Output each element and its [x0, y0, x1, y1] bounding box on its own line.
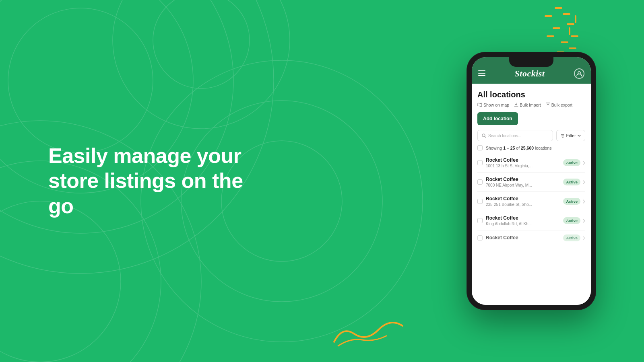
status-badge: Active — [563, 159, 580, 166]
item-info: Rocket Coffee — [486, 235, 560, 241]
bulk-export-link[interactable]: Bulk export — [546, 103, 573, 107]
item-checkbox[interactable] — [477, 160, 483, 165]
chevron-right-icon — [583, 200, 585, 204]
location-item[interactable]: Rocket Coffee 235-251 Bourke St, Sho... … — [477, 191, 585, 211]
item-name: Rocket Coffee — [486, 215, 560, 221]
deco-squiggle-bottom — [330, 310, 411, 350]
page-title: All locations — [477, 90, 585, 99]
item-info: Rocket Coffee 235-251 Bourke St, Sho... — [486, 196, 560, 207]
app-logo: Stockist — [515, 68, 545, 79]
svg-point-11 — [113, 0, 290, 129]
search-box[interactable]: Search locations... — [477, 130, 553, 141]
phone-outer: Stockist All locations — [467, 52, 596, 310]
show-on-map-link[interactable]: Show on map — [477, 103, 509, 107]
phone-notch — [509, 57, 553, 67]
item-address: King Abdullah Rd, Al Kh... — [486, 222, 560, 226]
search-filter-row: Search locations... Filter — [477, 130, 585, 141]
svg-line-29 — [485, 136, 486, 138]
page-range: 1 – 25 — [503, 146, 515, 150]
status-badge: Active — [563, 217, 580, 224]
location-item[interactable]: Rocket Coffee 1001 13th St S, Virginia,.… — [477, 153, 585, 172]
svg-point-4 — [0, 201, 121, 362]
item-address: 7000 NE Airport Way, M... — [486, 183, 560, 187]
item-info: Rocket Coffee King Abdullah Rd, Al Kh... — [486, 215, 560, 226]
filter-icon — [561, 134, 565, 138]
action-row: Show on map Bulk import — [477, 103, 585, 107]
item-checkbox[interactable] — [477, 235, 483, 241]
bulk-import-link[interactable]: Bulk import — [514, 103, 541, 107]
status-badge: Active — [563, 198, 580, 205]
chevron-right-icon — [583, 219, 585, 223]
location-item[interactable]: Rocket Coffee King Abdullah Rd, Al Kh...… — [477, 211, 585, 230]
hero-section: Easily manage your store listings on the… — [48, 143, 258, 218]
svg-point-3 — [0, 0, 274, 274]
chevron-right-icon — [583, 236, 585, 240]
total-count: 25,600 — [521, 146, 534, 150]
svg-rect-26 — [478, 75, 485, 76]
item-name: Rocket Coffee — [486, 177, 560, 182]
svg-point-0 — [8, 8, 153, 153]
item-name: Rocket Coffee — [486, 196, 560, 202]
hero-text: Easily manage your store listings on the… — [48, 143, 258, 218]
chevron-down-icon — [578, 135, 581, 137]
filter-label: Filter — [566, 133, 576, 138]
search-placeholder: Search locations... — [488, 134, 521, 138]
phone-content: All locations Show on map — [472, 84, 591, 305]
svg-rect-25 — [478, 73, 485, 74]
import-icon — [514, 103, 518, 107]
export-icon — [546, 103, 550, 107]
item-right: Active — [563, 198, 585, 205]
item-checkbox[interactable] — [477, 218, 483, 223]
status-badge: Active — [563, 179, 580, 185]
user-icon[interactable] — [574, 68, 584, 79]
phone-screen: Stockist All locations — [472, 57, 591, 305]
location-item[interactable]: Rocket Coffee 7000 NE Airport Way, M... … — [477, 172, 585, 191]
showing-row: Showing 1 – 25 of 25,600 locations — [477, 145, 585, 150]
svg-point-28 — [482, 134, 485, 137]
svg-rect-24 — [478, 70, 485, 71]
chevron-right-icon — [583, 180, 585, 184]
select-all-checkbox[interactable] — [477, 145, 483, 150]
location-list: Rocket Coffee 1001 13th St S, Virginia,.… — [477, 153, 585, 305]
item-name: Rocket Coffee — [486, 235, 560, 241]
location-item[interactable]: Rocket Coffee Active — [477, 230, 585, 245]
menu-icon[interactable] — [478, 70, 485, 77]
item-right: Active — [563, 217, 585, 224]
search-icon — [482, 134, 486, 138]
item-info: Rocket Coffee 1001 13th St S, Virginia,.… — [486, 157, 560, 168]
filter-button[interactable]: Filter — [556, 130, 585, 141]
item-address: 1001 13th St S, Virginia,... — [486, 164, 560, 168]
item-address: 235-251 Bourke St, Sho... — [486, 202, 560, 207]
status-badge: Active — [563, 234, 580, 241]
item-right: Active — [563, 159, 585, 166]
item-info: Rocket Coffee 7000 NE Airport Way, M... — [486, 177, 560, 187]
item-right: Active — [563, 179, 585, 185]
item-checkbox[interactable] — [477, 199, 483, 204]
item-name: Rocket Coffee — [486, 157, 560, 163]
item-checkbox[interactable] — [477, 179, 483, 185]
chevron-right-icon — [583, 161, 585, 165]
map-icon — [477, 103, 482, 107]
item-right: Active — [563, 234, 585, 241]
showing-text: Showing 1 – 25 of 25,600 locations — [486, 146, 551, 150]
svg-point-27 — [578, 72, 580, 74]
add-location-button[interactable]: Add location — [477, 112, 518, 125]
phone-mockup: Stockist All locations — [467, 52, 596, 310]
svg-point-10 — [153, 0, 250, 88]
